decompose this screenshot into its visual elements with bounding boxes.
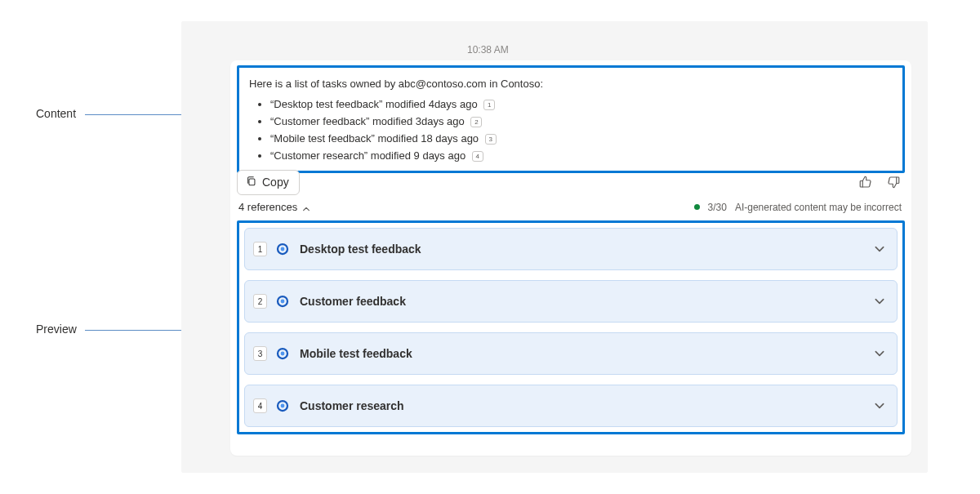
- content-list-item: “Customer research” modified 9 days ago …: [270, 147, 893, 164]
- content-list-text: “Customer research” modified 9 days ago: [270, 149, 466, 162]
- loop-icon: [275, 398, 290, 413]
- svg-point-2: [281, 247, 285, 251]
- usage-count: 3/30: [708, 202, 727, 213]
- chevron-up-icon: [302, 203, 310, 211]
- feedback-group: [858, 174, 902, 190]
- citation-chip[interactable]: 4: [472, 151, 483, 162]
- reference-item[interactable]: 1 Desktop test feedback: [244, 228, 898, 270]
- references-toggle[interactable]: 4 references: [238, 201, 310, 213]
- content-list-text: “Mobile test feedback” modified 18 days …: [270, 132, 479, 145]
- message-timestamp: 10:38 AM: [467, 44, 509, 56]
- chevron-down-icon: [874, 243, 885, 255]
- loop-icon: [275, 346, 290, 361]
- ai-response-card: Here is a list of tasks owned by abc@con…: [230, 60, 911, 456]
- reference-number-badge: 1: [253, 242, 267, 256]
- content-list-text: “Desktop test feedback” modified 4days a…: [270, 98, 478, 110]
- reference-item[interactable]: 4 Customer research: [244, 385, 898, 427]
- chevron-down-icon: [874, 348, 885, 359]
- chevron-down-icon: [874, 400, 885, 412]
- host-area: 10:38 AM Here is a list of tasks owned b…: [181, 21, 928, 473]
- copy-button-label: Copy: [262, 176, 289, 189]
- reference-item[interactable]: 3 Mobile test feedback: [244, 332, 898, 375]
- reference-title: Desktop test feedback: [300, 243, 874, 256]
- ai-note: 3/30 AI-generated content may be incorre…: [694, 202, 902, 213]
- reference-item[interactable]: 2 Customer feedback: [244, 280, 898, 323]
- thumbs-down-icon[interactable]: [885, 174, 902, 190]
- reference-number-badge: 2: [253, 294, 267, 309]
- callout-preview-label: Preview: [36, 323, 77, 336]
- references-toggle-label: 4 references: [238, 201, 297, 213]
- svg-point-6: [281, 352, 285, 356]
- callout-content-label: Content: [36, 107, 76, 120]
- reference-title: Mobile test feedback: [300, 347, 874, 360]
- loop-icon: [275, 294, 290, 309]
- svg-rect-0: [249, 178, 255, 185]
- citation-chip[interactable]: 3: [485, 134, 497, 145]
- content-intro: Here is a list of tasks owned by abc@con…: [249, 76, 893, 92]
- references-header-row: 4 references 3/30 AI-generated content m…: [238, 201, 902, 213]
- content-list-item: “Mobile test feedback” modified 18 days …: [270, 130, 893, 147]
- reference-number-badge: 4: [253, 398, 267, 413]
- preview-box: 1 Desktop test feedback 2 Customer feedb…: [237, 220, 905, 434]
- svg-point-4: [281, 300, 285, 304]
- ai-disclaimer: AI-generated content may be incorrect: [735, 202, 902, 213]
- reference-title: Customer feedback: [300, 295, 874, 308]
- citation-chip[interactable]: 1: [483, 100, 495, 110]
- content-box: Here is a list of tasks owned by abc@con…: [237, 65, 905, 173]
- content-list-text: “Customer feedback” modified 3days ago: [270, 115, 465, 127]
- svg-point-8: [281, 404, 285, 408]
- content-list: “Desktop test feedback” modified 4days a…: [249, 96, 893, 164]
- thumbs-up-icon[interactable]: [858, 174, 874, 190]
- reference-title: Customer research: [300, 399, 874, 412]
- copy-icon: [246, 176, 257, 189]
- status-dot-icon: [694, 204, 700, 210]
- content-list-item: “Customer feedback” modified 3days ago 2: [270, 113, 893, 130]
- chevron-down-icon: [874, 296, 885, 307]
- content-list-item: “Desktop test feedback” modified 4days a…: [270, 96, 893, 113]
- reference-number-badge: 3: [253, 346, 267, 361]
- loop-icon: [275, 242, 290, 256]
- citation-chip[interactable]: 2: [470, 117, 482, 127]
- toolbar-row: Copy: [237, 167, 905, 198]
- copy-button[interactable]: Copy: [237, 170, 300, 195]
